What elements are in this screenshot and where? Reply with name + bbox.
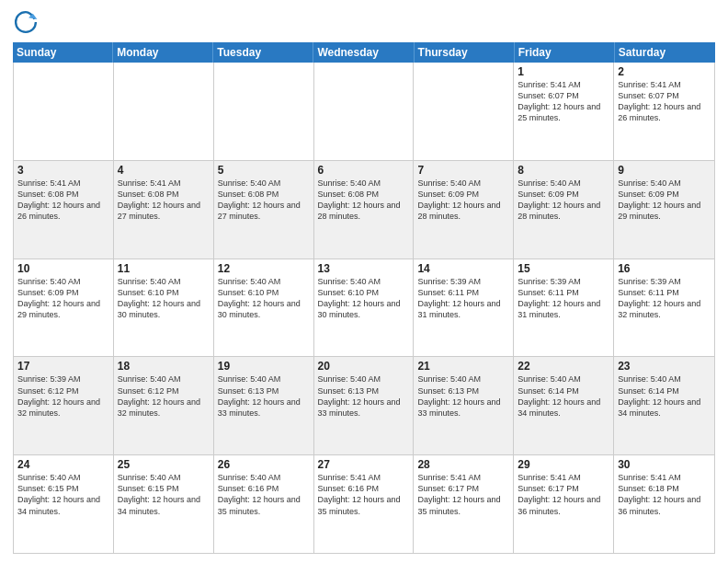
logo-icon [13, 9, 39, 35]
day-number: 7 [417, 164, 509, 177]
day-number: 25 [118, 458, 210, 471]
cal-cell: 25Sunrise: 5:40 AM Sunset: 6:15 PM Dayli… [114, 455, 214, 553]
cell-info: Sunrise: 5:40 AM Sunset: 6:10 PM Dayligh… [118, 276, 210, 321]
cell-info: Sunrise: 5:41 AM Sunset: 6:08 PM Dayligh… [118, 178, 210, 223]
cal-cell: 5Sunrise: 5:40 AM Sunset: 6:08 PM Daylig… [214, 161, 314, 259]
cal-cell: 26Sunrise: 5:40 AM Sunset: 6:16 PM Dayli… [214, 455, 314, 553]
day-number: 15 [518, 262, 609, 275]
cal-cell: 1Sunrise: 5:41 AM Sunset: 6:07 PM Daylig… [514, 63, 614, 160]
cal-cell [214, 63, 314, 160]
day-number: 2 [618, 65, 711, 78]
cal-cell: 2Sunrise: 5:41 AM Sunset: 6:07 PM Daylig… [614, 63, 714, 160]
cal-cell: 4Sunrise: 5:41 AM Sunset: 6:08 PM Daylig… [114, 161, 214, 259]
cell-info: Sunrise: 5:40 AM Sunset: 6:09 PM Dayligh… [518, 178, 609, 223]
cell-info: Sunrise: 5:41 AM Sunset: 6:08 PM Dayligh… [17, 178, 109, 223]
cell-info: Sunrise: 5:40 AM Sunset: 6:14 PM Dayligh… [618, 373, 711, 419]
cal-cell [414, 63, 514, 160]
cell-info: Sunrise: 5:40 AM Sunset: 6:09 PM Dayligh… [417, 178, 509, 223]
cal-cell: 12Sunrise: 5:40 AM Sunset: 6:10 PM Dayli… [214, 259, 314, 357]
cal-cell: 29Sunrise: 5:41 AM Sunset: 6:17 PM Dayli… [514, 455, 614, 553]
cal-cell: 27Sunrise: 5:41 AM Sunset: 6:16 PM Dayli… [314, 455, 415, 553]
day-number: 20 [318, 360, 410, 373]
cal-cell: 28Sunrise: 5:41 AM Sunset: 6:17 PM Dayli… [414, 455, 514, 553]
cal-cell: 17Sunrise: 5:39 AM Sunset: 6:12 PM Dayli… [14, 357, 114, 454]
cell-info: Sunrise: 5:40 AM Sunset: 6:13 PM Dayligh… [218, 373, 310, 419]
logo [13, 9, 42, 35]
day-number: 3 [17, 164, 109, 177]
cell-info: Sunrise: 5:39 AM Sunset: 6:11 PM Dayligh… [417, 276, 509, 321]
cal-cell: 3Sunrise: 5:41 AM Sunset: 6:08 PM Daylig… [14, 161, 114, 259]
cell-info: Sunrise: 5:40 AM Sunset: 6:09 PM Dayligh… [17, 276, 109, 321]
cal-row-4: 24Sunrise: 5:40 AM Sunset: 6:15 PM Dayli… [14, 455, 714, 553]
cal-header-cell-wednesday: Wednesday [313, 42, 414, 63]
cal-cell: 8Sunrise: 5:40 AM Sunset: 6:09 PM Daylig… [514, 161, 614, 259]
cal-cell [114, 63, 214, 160]
cell-info: Sunrise: 5:41 AM Sunset: 6:07 PM Dayligh… [518, 79, 609, 124]
day-number: 6 [318, 164, 410, 177]
page: SundayMondayTuesdayWednesdayThursdayFrid… [0, 0, 728, 563]
cell-info: Sunrise: 5:41 AM Sunset: 6:17 PM Dayligh… [518, 472, 609, 517]
cell-info: Sunrise: 5:39 AM Sunset: 6:12 PM Dayligh… [17, 373, 109, 419]
cal-cell: 18Sunrise: 5:40 AM Sunset: 6:12 PM Dayli… [114, 357, 214, 454]
cell-info: Sunrise: 5:40 AM Sunset: 6:08 PM Dayligh… [318, 178, 410, 223]
day-number: 23 [618, 360, 711, 373]
cal-header-cell-tuesday: Tuesday [213, 42, 313, 63]
cell-info: Sunrise: 5:40 AM Sunset: 6:15 PM Dayligh… [118, 472, 210, 517]
day-number: 8 [518, 164, 609, 177]
cell-info: Sunrise: 5:40 AM Sunset: 6:13 PM Dayligh… [417, 373, 509, 419]
header [13, 9, 715, 35]
cell-info: Sunrise: 5:41 AM Sunset: 6:16 PM Dayligh… [318, 472, 410, 517]
cal-cell: 15Sunrise: 5:39 AM Sunset: 6:11 PM Dayli… [514, 259, 614, 357]
day-number: 9 [618, 164, 711, 177]
cell-info: Sunrise: 5:40 AM Sunset: 6:14 PM Dayligh… [518, 373, 609, 419]
cal-header: SundayMondayTuesdayWednesdayThursdayFrid… [13, 42, 715, 63]
cal-grid: 1Sunrise: 5:41 AM Sunset: 6:07 PM Daylig… [13, 63, 715, 554]
cell-info: Sunrise: 5:40 AM Sunset: 6:10 PM Dayligh… [318, 276, 410, 321]
cell-info: Sunrise: 5:41 AM Sunset: 6:07 PM Dayligh… [618, 79, 711, 124]
cell-info: Sunrise: 5:40 AM Sunset: 6:10 PM Dayligh… [218, 276, 310, 321]
cal-header-cell-sunday: Sunday [13, 42, 113, 63]
cal-cell: 24Sunrise: 5:40 AM Sunset: 6:15 PM Dayli… [14, 455, 114, 553]
cal-cell: 23Sunrise: 5:40 AM Sunset: 6:14 PM Dayli… [614, 357, 714, 454]
day-number: 12 [218, 262, 310, 275]
cal-cell [314, 63, 415, 160]
day-number: 27 [318, 458, 410, 471]
cal-header-cell-monday: Monday [113, 42, 213, 63]
cal-row-1: 3Sunrise: 5:41 AM Sunset: 6:08 PM Daylig… [14, 161, 714, 259]
cal-cell: 21Sunrise: 5:40 AM Sunset: 6:13 PM Dayli… [414, 357, 514, 454]
day-number: 19 [218, 360, 310, 373]
day-number: 1 [518, 65, 609, 78]
cal-row-2: 10Sunrise: 5:40 AM Sunset: 6:09 PM Dayli… [14, 259, 714, 358]
day-number: 30 [618, 458, 711, 471]
cell-info: Sunrise: 5:41 AM Sunset: 6:17 PM Dayligh… [417, 472, 509, 517]
cal-header-cell-friday: Friday [515, 42, 615, 63]
cal-cell: 9Sunrise: 5:40 AM Sunset: 6:09 PM Daylig… [614, 161, 714, 259]
cal-cell: 14Sunrise: 5:39 AM Sunset: 6:11 PM Dayli… [414, 259, 514, 357]
day-number: 29 [518, 458, 609, 471]
day-number: 26 [218, 458, 310, 471]
cal-cell: 6Sunrise: 5:40 AM Sunset: 6:08 PM Daylig… [314, 161, 415, 259]
cell-info: Sunrise: 5:40 AM Sunset: 6:12 PM Dayligh… [118, 373, 210, 419]
cell-info: Sunrise: 5:41 AM Sunset: 6:18 PM Dayligh… [618, 472, 711, 517]
cal-cell: 19Sunrise: 5:40 AM Sunset: 6:13 PM Dayli… [214, 357, 314, 454]
cell-info: Sunrise: 5:40 AM Sunset: 6:16 PM Dayligh… [218, 472, 310, 517]
cal-cell: 10Sunrise: 5:40 AM Sunset: 6:09 PM Dayli… [14, 259, 114, 357]
day-number: 24 [17, 458, 109, 471]
cal-cell: 7Sunrise: 5:40 AM Sunset: 6:09 PM Daylig… [414, 161, 514, 259]
cal-cell: 16Sunrise: 5:39 AM Sunset: 6:11 PM Dayli… [614, 259, 714, 357]
cal-row-0: 1Sunrise: 5:41 AM Sunset: 6:07 PM Daylig… [14, 63, 714, 161]
calendar: SundayMondayTuesdayWednesdayThursdayFrid… [13, 42, 715, 554]
day-number: 21 [417, 360, 509, 373]
day-number: 17 [17, 360, 109, 373]
cal-header-cell-thursday: Thursday [415, 42, 515, 63]
cell-info: Sunrise: 5:40 AM Sunset: 6:15 PM Dayligh… [17, 472, 109, 517]
cal-cell: 13Sunrise: 5:40 AM Sunset: 6:10 PM Dayli… [314, 259, 415, 357]
day-number: 18 [118, 360, 210, 373]
day-number: 5 [218, 164, 310, 177]
cal-cell [14, 63, 114, 160]
cell-info: Sunrise: 5:40 AM Sunset: 6:09 PM Dayligh… [618, 178, 711, 223]
cell-info: Sunrise: 5:39 AM Sunset: 6:11 PM Dayligh… [518, 276, 609, 321]
day-number: 4 [118, 164, 210, 177]
cal-cell: 22Sunrise: 5:40 AM Sunset: 6:14 PM Dayli… [514, 357, 614, 454]
day-number: 14 [417, 262, 509, 275]
